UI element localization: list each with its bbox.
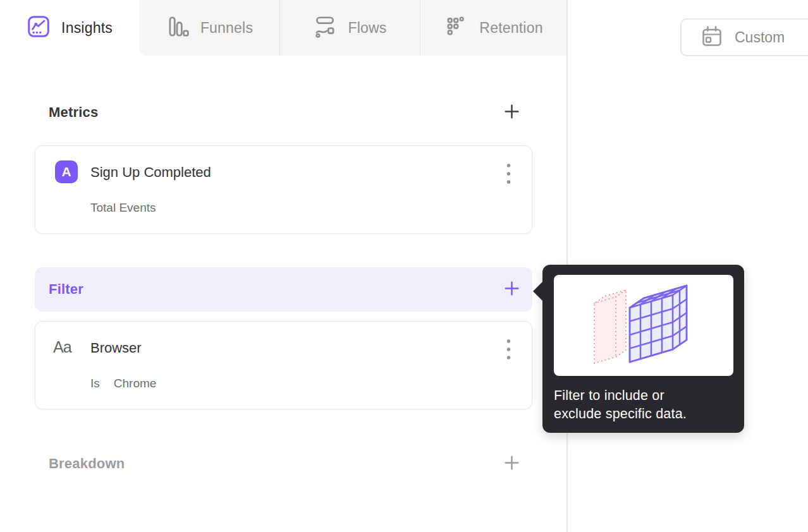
tooltip-text-line1: Filter to include or — [554, 387, 738, 405]
kebab-menu-icon — [506, 338, 511, 363]
breakdown-section-header: Breakdown — [35, 452, 532, 475]
tab-funnels-label: Funnels — [200, 20, 253, 37]
add-breakdown-button[interactable] — [503, 456, 520, 472]
custom-date-range-button[interactable]: Custom — [680, 18, 808, 56]
plus-icon — [503, 280, 520, 299]
filter-value[interactable]: Chrome — [114, 377, 157, 390]
add-metric-button[interactable] — [503, 104, 520, 121]
cube-grid-illustration — [554, 275, 733, 376]
tooltip-text: Filter to include or exclude specific da… — [554, 387, 738, 423]
tooltip-arrow — [533, 281, 543, 301]
tab-retention[interactable]: Retention — [420, 0, 567, 56]
metric-aggregation: Total Events — [90, 201, 156, 215]
add-filter-button[interactable] — [503, 281, 520, 298]
tab-retention-label: Retention — [479, 20, 542, 37]
tooltip-text-line2: exclude specific data. — [554, 405, 738, 423]
calendar-icon — [699, 24, 725, 51]
filter-operator[interactable]: Is — [90, 377, 100, 390]
filter-property-name: Browser — [90, 340, 142, 356]
filter-options-button[interactable] — [501, 337, 515, 362]
metric-letter-badge: A — [55, 160, 78, 183]
breakdown-section-title: Breakdown — [35, 456, 125, 472]
filter-section-title: Filter — [35, 281, 83, 298]
metric-name: Sign Up Completed — [90, 164, 211, 181]
plus-icon — [503, 103, 520, 122]
tab-flows-label: Flows — [348, 20, 386, 37]
tab-funnels[interactable]: Funnels — [139, 0, 279, 56]
insights-chart-icon — [27, 15, 51, 41]
tab-insights-label: Insights — [61, 20, 113, 37]
kebab-menu-icon — [506, 162, 511, 188]
metrics-section-header: Metrics — [35, 101, 532, 124]
funnels-bars-icon — [166, 15, 190, 41]
metric-card-sign-up-completed[interactable]: A Sign Up Completed Total Events — [35, 145, 532, 234]
metrics-section-title: Metrics — [35, 104, 98, 121]
metric-options-button[interactable] — [501, 161, 515, 186]
retention-dots-icon — [444, 15, 468, 41]
tab-bar: Insights Funnels Flows — [0, 0, 567, 56]
filter-section-header[interactable]: Filter — [35, 267, 532, 311]
tab-insights[interactable]: Insights — [0, 0, 139, 56]
filter-card-browser[interactable]: Aa Browser Is Chrome — [35, 321, 532, 409]
tab-flows[interactable]: Flows — [279, 0, 420, 56]
filter-help-tooltip: Filter to include or exclude specific da… — [542, 265, 744, 433]
custom-date-range-label: Custom — [735, 29, 785, 46]
text-property-icon: Aa — [53, 338, 78, 356]
flows-stream-icon — [313, 15, 337, 41]
plus-icon — [503, 454, 520, 473]
